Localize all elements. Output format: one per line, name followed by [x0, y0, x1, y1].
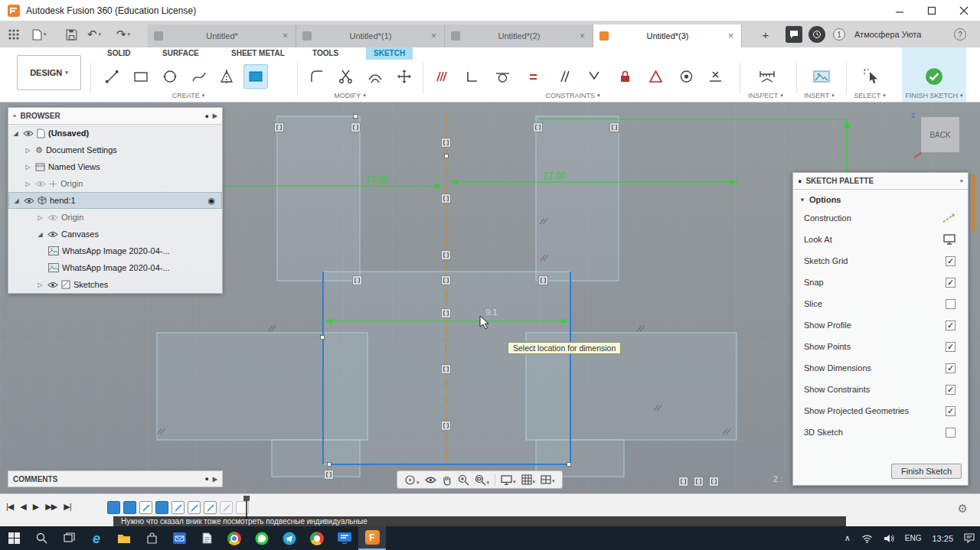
show-projected-geometries-checkbox[interactable]: ✓ [946, 406, 956, 416]
sketch-palette-header[interactable]: ● SKETCH PALETTE » [793, 173, 968, 190]
palette-row-show-projected-geometries[interactable]: Show Projected Geometries ✓ [793, 400, 968, 421]
line-tool[interactable] [100, 64, 124, 89]
timeline-item[interactable] [107, 501, 120, 514]
palette-row-show-points[interactable]: Show Points ✓ [793, 336, 968, 357]
timeline-item[interactable] [188, 501, 201, 514]
group-label-finish-sketch[interactable]: FINISH SKETCH▾ [905, 92, 962, 99]
user-name[interactable]: Атмосфера Уюта [854, 27, 921, 42]
ribbon-tab-sheet-metal[interactable]: SHEET METAL [228, 47, 288, 60]
parallel-constraint-icon[interactable] [551, 64, 576, 89]
go-to-start-button[interactable]: |◀ [6, 502, 13, 512]
expander-icon[interactable]: ▷ [36, 214, 44, 221]
circle-tool[interactable] [158, 64, 182, 89]
show-points-checkbox[interactable]: ✓ [946, 342, 956, 352]
tab-untitled-2[interactable]: Untitled*(2) × [445, 24, 593, 47]
tab-untitled-1[interactable]: Untitled*(1) × [296, 24, 445, 47]
fillet-tool[interactable] [305, 64, 329, 89]
fix-lock-constraint-icon[interactable] [612, 64, 637, 89]
file-menu-icon[interactable]: ▾ [32, 27, 47, 42]
group-label-constraints[interactable]: CONSTRAINTS▾ [545, 92, 599, 99]
display-settings-icon[interactable]: ▾ [501, 475, 516, 485]
expander-icon[interactable]: ▷ [24, 181, 32, 187]
undo-icon[interactable]: ↶ ▾ [87, 27, 101, 42]
palette-row-construction[interactable]: Construction [793, 207, 968, 229]
palette-row-slice[interactable]: Slice [793, 293, 968, 314]
timeline-item[interactable] [172, 501, 185, 514]
tangent-constraint-icon[interactable] [490, 64, 514, 89]
tree-item-origin-child[interactable]: ▷ Origin [8, 209, 222, 226]
modeling-canvas[interactable]: 17.00 17.00 9.1 [0, 103, 980, 493]
3d-sketch-checkbox[interactable] [946, 428, 956, 438]
visibility-eye-icon[interactable] [35, 181, 46, 187]
app-grid-icon[interactable] [8, 27, 20, 42]
maximize-button[interactable] [916, 0, 948, 21]
task-view-button[interactable] [55, 526, 83, 550]
viewports-icon[interactable]: ▾ [541, 475, 555, 484]
group-label-insert[interactable]: INSERT▾ [804, 92, 834, 99]
taskbar-app-store[interactable] [138, 526, 165, 550]
timeline-item[interactable] [139, 501, 152, 514]
comments-panel-icon[interactable] [786, 27, 802, 42]
start-button[interactable] [0, 526, 28, 550]
palette-row-show-profile[interactable]: Show Profile ✓ [793, 314, 968, 336]
taskbar-app-fusion-360[interactable]: F [358, 526, 386, 550]
notifications-icon[interactable]: 1 [833, 27, 845, 42]
network-icon[interactable] [856, 534, 878, 543]
job-status-icon[interactable] [808, 27, 825, 42]
tree-item-canvas-image-2[interactable]: WhatsApp Image 2020-04-... [8, 259, 222, 276]
mirror-tool[interactable] [214, 64, 239, 89]
taskbar-app-chrome[interactable] [220, 526, 248, 550]
save-icon[interactable] [66, 27, 77, 42]
go-to-end-button[interactable]: ▶| [64, 502, 70, 512]
group-label-modify[interactable]: MODIFY▾ [334, 92, 366, 99]
expander-icon[interactable]: ◢ [36, 231, 44, 238]
select-tool[interactable] [859, 64, 884, 89]
comments-bar[interactable]: COMMENTS ● ▶ [8, 470, 223, 487]
browser-expand-icon[interactable]: ▶ [213, 112, 217, 119]
concentric-constraint-icon[interactable] [674, 64, 698, 89]
taskbar-app-mail[interactable] [165, 526, 193, 550]
show-constraints-checkbox[interactable]: ✓ [946, 385, 956, 395]
sketch-grid-checkbox[interactable]: ✓ [946, 256, 956, 266]
step-forward-button[interactable]: ▶▶ [45, 502, 57, 512]
palette-row-show-constraints[interactable]: Show Constraints ✓ [793, 379, 968, 400]
finish-sketch-button[interactable] [922, 64, 946, 89]
play-button[interactable]: ▶ [33, 502, 38, 512]
redo-icon[interactable]: ↷ ▾ [116, 27, 130, 42]
snap-checkbox[interactable]: ✓ [946, 278, 956, 288]
palette-row-snap[interactable]: Snap ✓ [793, 272, 968, 293]
construction-icon[interactable] [942, 213, 956, 223]
palette-row-sketch-grid[interactable]: Sketch Grid ✓ [793, 250, 968, 272]
move-tool[interactable] [392, 64, 416, 89]
tree-item-canvas-image-1[interactable]: WhatsApp Image 2020-04-... [8, 242, 222, 259]
offset-tool[interactable] [363, 64, 387, 89]
clock[interactable]: 13:25 [926, 534, 959, 543]
tab-close-icon[interactable]: × [430, 31, 438, 41]
ribbon-tab-tools[interactable]: TOOLS [309, 47, 341, 60]
finish-sketch-palette-button[interactable]: Finish Sketch [891, 464, 962, 479]
group-label-select[interactable]: SELECT▾ [854, 92, 886, 99]
triangle-constraint-icon[interactable] [643, 64, 668, 89]
grid-display-icon[interactable]: ▾ [521, 474, 536, 485]
visibility-eye-icon[interactable] [47, 282, 58, 288]
zoom-icon[interactable] [458, 474, 469, 486]
spline-tool[interactable] [187, 64, 211, 89]
look-at-icon[interactable] [943, 234, 956, 245]
fit-icon[interactable]: ▾ [475, 474, 490, 486]
taskbar-app-browser-2[interactable] [303, 526, 331, 550]
taskbar-app-telegram[interactable] [276, 526, 303, 550]
visibility-eye-icon[interactable] [47, 214, 58, 221]
pan-hand-icon[interactable] [442, 474, 452, 486]
palette-row-show-dimensions[interactable]: Show Dimensions ✓ [793, 357, 968, 379]
taskbar-app-document[interactable] [193, 526, 220, 550]
tree-item-sketches[interactable]: ▷ Sketches [8, 276, 222, 293]
tree-item-named-views[interactable]: ▷ Named Views [8, 158, 222, 175]
timeline-item[interactable] [155, 501, 168, 514]
tree-item-component-hend[interactable]: ◢ hend:1 ◉ [8, 192, 222, 209]
expander-icon[interactable]: ◢ [11, 130, 20, 137]
language-indicator[interactable]: ENG [900, 534, 927, 542]
two-point-rectangle-tool-active[interactable] [243, 64, 268, 89]
tree-item-origin[interactable]: ▷ Origin [8, 175, 222, 192]
ribbon-tab-surface[interactable]: SURFACE [159, 47, 202, 60]
tray-chevron-up-icon[interactable]: ∧ [839, 533, 856, 543]
